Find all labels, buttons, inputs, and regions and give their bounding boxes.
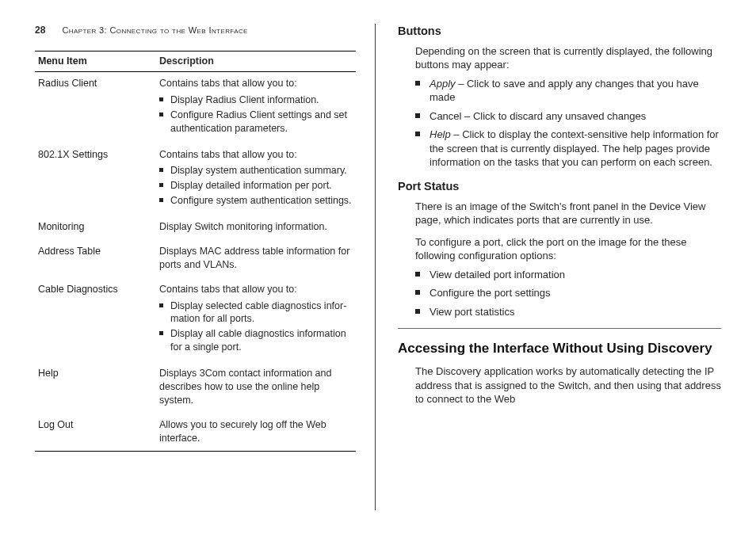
menu-item-intro: Display Switch monitoring information. [159,220,353,234]
table-row: MonitoringDisplay Switch monitoring info… [35,216,356,240]
section-heading: Accessing the Interface Without Using Di… [398,340,721,358]
list-item: Configure the port settings [415,286,721,300]
menu-item-name: 802.1X Settings [35,143,156,216]
page-number: 28 [35,25,45,36]
list-item: Display all cable diagnostics informatio… [159,327,353,354]
port-status-list: View detailed port informationConfigure … [398,268,721,319]
table-row: HelpDisplays 3Com contact information an… [35,362,356,414]
port-status-p1: There is an image of the Switch's front … [398,200,721,227]
menu-item-intro: Contains tabs that allow you to: [159,148,353,162]
list-item: Configure Radius Client settings and set… [159,109,353,135]
table-row: Cable DiagnosticsContains tabs that allo… [35,278,356,362]
list-item: Help – Click to display the context-sens… [415,128,721,170]
menu-item-desc: Contains tabs that allow you to:Display … [156,278,356,362]
table-row: Radius ClientContains tabs that allow yo… [35,72,356,143]
page: 28 Chapter 3: Connecting to the Web Inte… [0,0,756,534]
menu-item-table: Menu Item Description Radius ClientConta… [35,51,356,452]
th-menu-item: Menu Item [35,51,156,72]
list-item: Display system authentication summary. [159,164,353,177]
list-item: Configure system authentication set­ting… [159,194,353,208]
table-row: 802.1X SettingsContains tabs that allow … [35,143,356,216]
menu-item-desc: Display Switch monitoring information. [156,216,356,240]
menu-item-desc: Contains tabs that allow you to:Display … [156,143,356,216]
menu-item-name: Log Out [35,414,156,452]
menu-item-name: Help [35,362,156,414]
menu-item-intro: Allows you to securely log off the Web i… [159,418,353,445]
left-column: 28 Chapter 3: Connecting to the Web Inte… [35,24,376,510]
list-item: Cancel – Click to discard any unsaved ch… [415,109,721,124]
menu-item-bullets: Display selected cable diagnostics infor… [159,299,353,355]
menu-item-bullets: Display Radius Client information.Config… [159,93,353,135]
list-item: Apply – Click to save and apply any chan… [415,77,721,105]
menu-item-intro: Displays 3Com contact information and de… [159,367,353,407]
buttons-heading: Buttons [398,24,721,40]
port-status-p2: To configure a port, click the port on t… [398,235,721,263]
right-column: Buttons Depending on the screen that is … [376,24,721,510]
list-item: Display detailed information per port. [159,179,353,193]
table-row: Log OutAllows you to securely log off th… [35,414,356,452]
section-rule [398,328,721,329]
menu-item-desc: Displays 3Com contact information and de… [156,362,356,414]
menu-item-intro: Contains tabs that allow you to: [159,283,353,296]
menu-item-desc: Allows you to securely log off the Web i… [156,414,356,452]
menu-item-name: Cable Diagnostics [35,278,156,362]
chapter-title: Chapter 3: Connecting to the Web Interfa… [62,25,247,35]
buttons-list: Apply – Click to save and apply any chan… [398,77,721,170]
menu-item-name: Address Table [35,240,156,278]
section-p1: The Discovery application works by autom… [398,364,721,406]
running-header: 28 Chapter 3: Connecting to the Web Inte… [35,24,356,36]
buttons-intro: Depending on the screen that is currentl… [398,44,721,72]
term-label: Help [430,128,451,140]
menu-item-desc: Displays MAC address table information f… [156,240,356,278]
menu-item-name: Radius Client [35,72,156,143]
menu-item-desc: Contains tabs that allow you to:Display … [156,72,356,143]
list-item: Display selected cable diagnostics infor… [159,299,353,326]
th-description: Description [156,51,356,72]
table-row: Address TableDisplays MAC address table … [35,240,356,278]
table-header-row: Menu Item Description [35,51,356,72]
menu-item-bullets: Display system authentication summary.Di… [159,164,353,208]
list-item: View detailed port information [415,268,721,282]
term-label: Apply [430,78,456,90]
menu-item-intro: Displays MAC address table information f… [159,245,353,272]
list-item: Display Radius Client information. [159,93,353,107]
menu-item-name: Monitoring [35,216,156,240]
list-item: View port statistics [415,305,721,319]
port-status-heading: Port Status [398,179,721,195]
menu-item-intro: Contains tabs that allow you to: [159,77,353,90]
